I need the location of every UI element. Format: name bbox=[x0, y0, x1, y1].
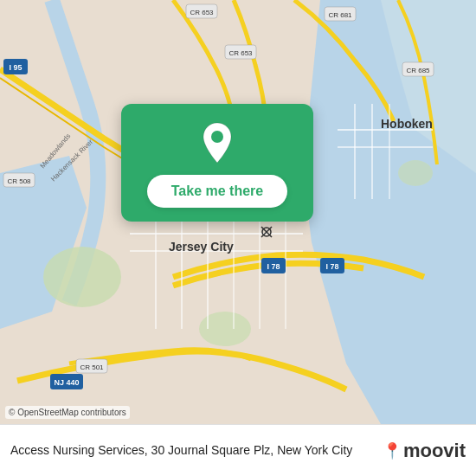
svg-point-6 bbox=[398, 160, 433, 186]
map-container: I 95 CR 653 CR 653 CR 681 CR 685 I 78 I … bbox=[0, 0, 476, 424]
svg-text:CR 685: CR 685 bbox=[406, 67, 430, 74]
svg-text:I 78: I 78 bbox=[267, 262, 280, 271]
moovit-logo-text: moovit bbox=[403, 440, 466, 462]
bottom-bar: Access Nursing Services, 30 Journal Squa… bbox=[0, 424, 476, 476]
take-me-there-button[interactable]: Take me there bbox=[147, 175, 287, 208]
svg-text:I 78: I 78 bbox=[325, 262, 338, 271]
svg-text:I 95: I 95 bbox=[9, 63, 22, 72]
moovit-logo: 📍 moovit bbox=[383, 440, 466, 462]
svg-text:CR 653: CR 653 bbox=[190, 9, 214, 16]
popup-card: Take me there bbox=[121, 104, 313, 222]
location-pin-icon bbox=[194, 119, 241, 166]
svg-text:Jersey City: Jersey City bbox=[169, 240, 234, 254]
svg-text:NJ 440: NJ 440 bbox=[54, 378, 79, 387]
address-text: Access Nursing Services, 30 Journal Squa… bbox=[10, 442, 383, 458]
svg-text:CR 508: CR 508 bbox=[7, 177, 31, 185]
svg-text:CR 501: CR 501 bbox=[80, 363, 104, 371]
svg-text:Hoboken: Hoboken bbox=[381, 117, 433, 131]
moovit-pin-icon: 📍 bbox=[383, 441, 402, 460]
svg-point-48 bbox=[211, 131, 223, 143]
svg-text:CR 681: CR 681 bbox=[328, 11, 352, 19]
copyright-text: © OpenStreetMap contributors bbox=[5, 406, 130, 419]
svg-text:CR 653: CR 653 bbox=[228, 49, 253, 57]
svg-point-4 bbox=[43, 247, 121, 307]
